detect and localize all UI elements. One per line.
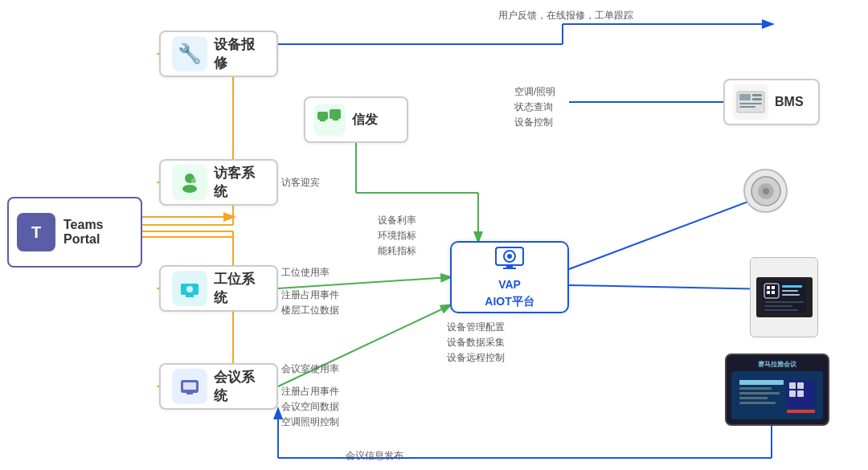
svg-rect-78: [787, 410, 815, 413]
svg-rect-39: [320, 120, 326, 121]
svg-rect-47: [739, 94, 751, 100]
svg-rect-68: [739, 380, 784, 385]
annotation-vap-center: 设备利率 环境指标 能耗指标: [378, 213, 416, 260]
work-label: 工位系统: [214, 270, 265, 307]
tablet-device: 赛马拉雅会议: [725, 354, 829, 426]
svg-rect-69: [739, 387, 772, 390]
svg-rect-65: [764, 305, 792, 307]
repair-system-box: 🔧 设备报修: [159, 31, 278, 77]
svg-rect-63: [782, 294, 800, 296]
visitor-label: 访客系统: [214, 164, 265, 201]
teams-icon: T: [17, 213, 55, 251]
tablet-header: 赛马拉雅会议: [758, 360, 796, 369]
annotation-meeting-bottom: 注册占用事件 会议空间数据 空调照明控制: [281, 384, 339, 431]
svg-rect-57: [767, 286, 770, 289]
meeting-label: 会议系统: [214, 368, 265, 405]
svg-rect-45: [503, 268, 516, 269]
vap-platform-box: VAP AIOT平台: [450, 241, 569, 313]
svg-rect-49: [752, 98, 762, 100]
sensor-device: [743, 169, 792, 217]
svg-line-22: [569, 285, 772, 289]
visitor-icon: [172, 165, 207, 200]
teams-portal-label: Teams Portal: [63, 218, 104, 247]
svg-rect-36: [186, 393, 193, 394]
annotation-work-bottom: 注册占用事件 楼层工位数据: [281, 288, 339, 318]
svg-rect-75: [797, 382, 804, 389]
svg-rect-70: [739, 392, 780, 394]
svg-rect-77: [797, 390, 804, 397]
vap-title-line2: AIOT平台: [485, 295, 534, 309]
svg-line-21: [569, 193, 772, 269]
panel-device: [750, 257, 818, 337]
svg-rect-37: [317, 112, 328, 120]
svg-rect-66: [764, 309, 798, 311]
svg-rect-44: [506, 265, 513, 268]
svg-rect-62: [782, 290, 798, 292]
repair-icon: 🔧: [172, 36, 207, 72]
annotation-work-top: 工位使用率: [281, 265, 330, 280]
annotation-top-right: 用户反馈，在线报修，工单跟踪: [498, 8, 633, 22]
svg-point-33: [186, 286, 193, 292]
annotation-vap-bottom: 设备管理配置 设备数据采集 设备远程控制: [447, 320, 505, 366]
svg-point-29: [182, 185, 197, 193]
svg-rect-59: [767, 291, 770, 294]
svg-rect-48: [752, 94, 762, 96]
svg-rect-51: [739, 106, 755, 108]
annotation-visitor-right: 访客迎宾: [281, 175, 320, 190]
svg-point-54: [763, 188, 769, 194]
xinfan-label: 信发: [352, 112, 378, 129]
annotation-bms-left: 空调/照明 状态查询 设备控制: [514, 84, 555, 131]
bms-label: BMS: [775, 95, 804, 109]
svg-rect-71: [739, 397, 768, 399]
bms-icon: [733, 84, 768, 120]
svg-rect-50: [739, 103, 762, 104]
svg-rect-58: [772, 286, 775, 289]
diagram-container: T Teams Portal 🔧 设备报修 访客系统: [0, 0, 868, 470]
annotation-meeting-top: 会议室使用率: [281, 362, 339, 376]
panel-screen: [756, 277, 813, 317]
svg-rect-32: [186, 295, 194, 297]
bms-box: BMS: [723, 79, 820, 125]
svg-rect-64: [764, 301, 804, 303]
meeting-system-box: 会议系统: [159, 363, 278, 410]
xinfan-box: 信发: [304, 96, 408, 143]
svg-rect-35: [183, 382, 196, 390]
teams-portal-box: T Teams Portal: [7, 197, 142, 268]
svg-rect-38: [330, 109, 341, 119]
svg-text:T: T: [31, 223, 41, 241]
meeting-icon: [172, 369, 207, 404]
svg-rect-72: [739, 402, 776, 404]
tablet-content: [731, 371, 823, 419]
sensor-icon: [743, 169, 788, 213]
work-icon: [172, 271, 207, 306]
annotation-bottom: 会议信息发布: [346, 448, 403, 463]
svg-rect-61: [782, 285, 802, 288]
svg-point-43: [507, 254, 512, 259]
svg-rect-74: [789, 382, 796, 389]
visitor-system-box: 访客系统: [159, 159, 278, 206]
xinfan-icon: [313, 104, 346, 136]
svg-rect-40: [333, 119, 338, 121]
svg-point-30: [191, 178, 196, 183]
vap-icon: [495, 247, 524, 275]
svg-rect-76: [789, 390, 796, 397]
svg-rect-60: [772, 291, 775, 294]
work-system-box: 工位系统: [159, 265, 278, 312]
vap-title-line1: VAP: [498, 278, 521, 292]
repair-label: 设备报修: [214, 35, 265, 72]
